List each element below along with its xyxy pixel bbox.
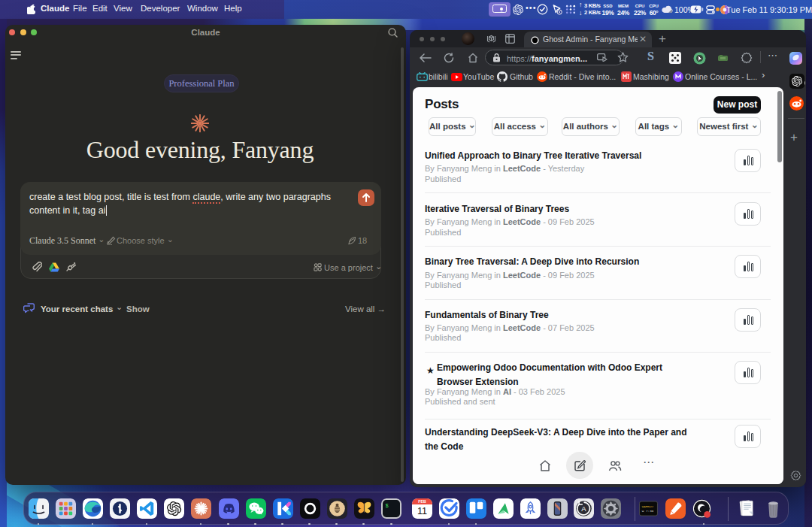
svg-text:W 7:36: W 7:36 <box>641 509 653 513</box>
svg-text:11: 11 <box>417 506 426 516</box>
svg-text:A: A <box>581 504 586 513</box>
svg-text:$: $ <box>386 503 389 509</box>
svg-text:WARN2#: WARN2# <box>641 504 653 508</box>
svg-text:FEB: FEB <box>418 499 426 504</box>
